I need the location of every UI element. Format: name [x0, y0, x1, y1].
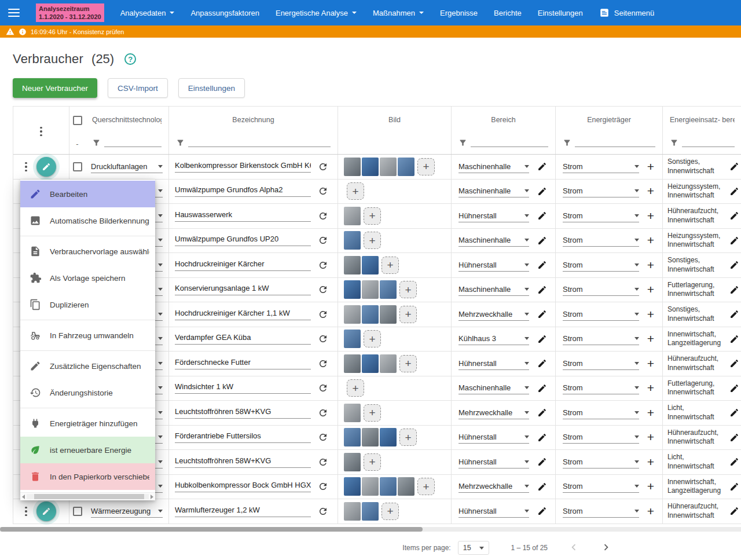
edit-bereich-icon[interactable]: [537, 408, 547, 418]
context-menu-item[interactable]: ist erneuerbare Energie: [20, 437, 155, 463]
add-energietraeger-button[interactable]: +: [647, 308, 654, 321]
bereich-select[interactable]: Hühnerstall: [458, 357, 529, 370]
consumer-photo-thumbnail[interactable]: [344, 354, 361, 373]
add-energietraeger-button[interactable]: +: [647, 504, 654, 518]
refresh-icon[interactable]: [318, 211, 328, 221]
add-image-button[interactable]: +: [347, 379, 364, 397]
consumer-photo-thumbnail[interactable]: [344, 231, 361, 250]
edit-energieeinsatzbereich-icon[interactable]: [729, 506, 739, 516]
add-image-button[interactable]: +: [399, 306, 417, 323]
bereich-select[interactable]: Maschinenhalle: [458, 382, 529, 394]
row-menu-kebab-icon[interactable]: [23, 504, 30, 519]
context-menu-item[interactable]: Änderungshistorie: [20, 379, 155, 406]
add-energietraeger-button[interactable]: +: [647, 455, 654, 469]
energietraeger-select[interactable]: Strom: [563, 456, 639, 469]
consumer-photo-thumbnail[interactable]: [344, 305, 361, 324]
edit-bereich-icon[interactable]: [537, 236, 547, 246]
refresh-icon[interactable]: [318, 260, 328, 270]
energietraeger-select[interactable]: Strom: [563, 234, 639, 247]
edit-consumer-button[interactable]: [36, 502, 56, 521]
energietraeger-select[interactable]: Strom: [563, 308, 639, 321]
consumer-photo-thumbnail[interactable]: [362, 256, 379, 274]
edit-bereich-icon[interactable]: [537, 506, 547, 516]
edit-bereich-icon[interactable]: [537, 457, 547, 467]
nav-item-einstellungen[interactable]: Einstellungen: [538, 9, 583, 17]
new-consumer-button[interactable]: Neuer Verbraucher: [13, 78, 97, 98]
edit-bereich-icon[interactable]: [537, 260, 547, 270]
refresh-icon[interactable]: [318, 408, 328, 418]
consumer-photo-thumbnail[interactable]: [362, 477, 379, 496]
consumer-photo-thumbnail[interactable]: [344, 256, 361, 274]
context-menu-item[interactable]: Automatische Bilderkennung...: [20, 207, 155, 234]
settings-button[interactable]: Einstellungen: [178, 78, 245, 98]
edit-energieeinsatzbereich-icon[interactable]: [729, 211, 739, 221]
bereich-select[interactable]: Hühnerstall: [458, 456, 529, 469]
previous-page-button[interactable]: [567, 541, 580, 555]
bereich-select[interactable]: Maschinenhalle: [458, 283, 529, 296]
consumer-photo-thumbnail[interactable]: [362, 158, 379, 176]
add-image-button[interactable]: +: [417, 478, 435, 495]
context-menu-item[interactable]: Bearbeiten: [20, 181, 155, 207]
edit-bereich-icon[interactable]: [537, 309, 547, 319]
edit-bereich-icon[interactable]: [537, 211, 547, 221]
bezeichnung-input[interactable]: Hochdruckreiniger Kärcher: [175, 259, 311, 271]
refresh-icon[interactable]: [318, 358, 328, 369]
edit-bereich-icon[interactable]: [537, 285, 547, 295]
consumer-photo-thumbnail[interactable]: [344, 477, 361, 496]
select-all-checkbox[interactable]: [73, 116, 82, 125]
refresh-icon[interactable]: [318, 506, 328, 517]
consumer-photo-thumbnail[interactable]: [362, 428, 379, 446]
edit-bereich-icon[interactable]: [537, 383, 547, 393]
scroll-left-arrow-icon[interactable]: [22, 495, 25, 499]
add-image-button[interactable]: +: [399, 429, 417, 446]
querschnittstechnologie-select[interactable]: Wärmeerzeugung: [91, 505, 163, 518]
add-image-button[interactable]: +: [399, 281, 417, 298]
add-energietraeger-button[interactable]: +: [647, 357, 654, 371]
header-kebab-icon[interactable]: [38, 125, 45, 139]
nav-item-massnahmen[interactable]: Maßnahmen: [373, 9, 424, 17]
filter-icon[interactable]: [458, 138, 467, 147]
filter-input[interactable]: [104, 140, 162, 147]
bezeichnung-input[interactable]: Leuchtstoffröhren 58W+KVG: [175, 456, 311, 468]
energietraeger-select[interactable]: Strom: [563, 505, 639, 518]
refresh-icon[interactable]: [318, 457, 328, 467]
edit-energieeinsatzbereich-icon[interactable]: [729, 383, 739, 393]
edit-energieeinsatzbereich-icon[interactable]: [729, 309, 739, 319]
consumer-photo-thumbnail[interactable]: [362, 502, 379, 521]
add-image-button[interactable]: +: [381, 257, 399, 274]
bereich-select[interactable]: Maschinenhalle: [458, 160, 529, 173]
consumer-photo-thumbnail[interactable]: [380, 354, 397, 373]
consumer-photo-thumbnail[interactable]: [344, 428, 361, 446]
scrollbar-thumb[interactable]: [34, 494, 144, 499]
page-size-select[interactable]: 15: [458, 541, 489, 555]
bezeichnung-input[interactable]: Verdampfer GEA Küba: [175, 333, 311, 345]
refresh-icon[interactable]: [318, 334, 328, 344]
consumer-photo-thumbnail[interactable]: [380, 280, 397, 299]
context-menu-horizontal-scrollbar[interactable]: [20, 492, 155, 500]
bereich-select[interactable]: Maschinenhalle: [458, 185, 529, 197]
add-image-button[interactable]: +: [417, 158, 435, 175]
edit-bereich-icon[interactable]: [537, 358, 547, 368]
bereich-select[interactable]: Maschinenhalle: [458, 234, 529, 247]
consumer-photo-thumbnail[interactable]: [344, 280, 361, 299]
edit-energieeinsatzbereich-icon[interactable]: [729, 482, 739, 492]
edit-bereich-icon[interactable]: [537, 433, 547, 442]
hamburger-icon[interactable]: [8, 9, 20, 17]
nav-item-energetische-analyse[interactable]: Energetische Analyse: [276, 9, 357, 17]
filter-icon[interactable]: [670, 138, 678, 147]
add-image-button[interactable]: +: [364, 207, 381, 225]
next-page-button[interactable]: [600, 541, 612, 555]
edit-energieeinsatzbereich-icon[interactable]: [729, 433, 739, 442]
bereich-select[interactable]: Hühnerstall: [458, 431, 529, 444]
context-menu-item[interactable]: Energieträger hinzufügen: [20, 410, 155, 437]
consumer-photo-thumbnail[interactable]: [344, 453, 361, 471]
scrollbar-thumb[interactable]: [0, 527, 423, 532]
refresh-icon[interactable]: [318, 432, 328, 442]
refresh-icon[interactable]: [318, 186, 328, 196]
refresh-icon[interactable]: [318, 162, 328, 172]
filter-input[interactable]: [575, 140, 655, 147]
add-image-button[interactable]: +: [399, 355, 417, 372]
bezeichnung-input[interactable]: Förderschnecke Futter: [175, 358, 311, 369]
add-energietraeger-button[interactable]: +: [647, 233, 654, 247]
edit-energieeinsatzbereich-icon[interactable]: [729, 334, 739, 344]
